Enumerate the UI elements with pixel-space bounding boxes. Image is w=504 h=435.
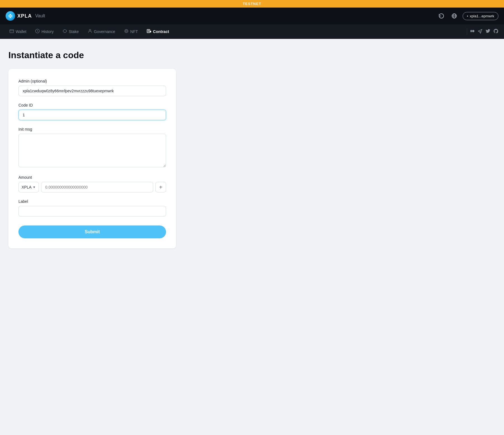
github-icon[interactable] (493, 29, 498, 35)
svg-point-10 (126, 30, 127, 32)
logo-xpla: XPLA (17, 13, 32, 19)
history-nav-icon (35, 29, 40, 34)
nav-item-wallet[interactable]: Wallet (6, 27, 30, 36)
form-card: Admin (optional) Code ID Init msg Amount… (8, 69, 176, 248)
svg-rect-16 (470, 30, 472, 32)
nav-label-nft: NFT (130, 29, 138, 34)
medium-icon[interactable] (470, 29, 475, 35)
svg-rect-5 (10, 30, 14, 33)
dropdown-arrow-icon: ▼ (33, 185, 36, 189)
logo-vault: Vault (35, 13, 45, 18)
page-title: Instantiate a code (8, 50, 271, 60)
submit-button[interactable]: Submit (18, 225, 166, 238)
code-id-input[interactable] (18, 110, 166, 120)
amount-group: Amount XPLA ▼ + (18, 175, 166, 192)
currency-label: XPLA (22, 185, 32, 189)
top-nav-right: ▪ xpla1...epmwrk (437, 11, 498, 20)
svg-point-8 (89, 29, 91, 31)
nav-item-nft[interactable]: NFT (120, 27, 142, 36)
testnet-banner: TESTNET (0, 0, 504, 8)
code-id-group: Code ID (18, 103, 166, 120)
init-msg-textarea[interactable] (18, 134, 166, 167)
wallet-nav-icon (10, 29, 14, 34)
top-nav: XPLA Vault ▪ xpla1...epmwrk (0, 8, 504, 24)
code-id-label: Code ID (18, 103, 166, 107)
nav-items: Wallet History Stake (6, 27, 464, 36)
logo-icon (6, 11, 15, 21)
label-group: Label (18, 199, 166, 217)
svg-point-9 (125, 29, 128, 33)
nav-label-wallet: Wallet (16, 29, 26, 34)
nav-item-history[interactable]: History (31, 27, 58, 36)
admin-input[interactable] (18, 86, 166, 96)
svg-point-17 (472, 30, 474, 32)
stake-nav-icon (63, 29, 67, 34)
label-input[interactable] (18, 206, 166, 217)
admin-label: Admin (optional) (18, 79, 166, 83)
nav-label-history: History (41, 29, 54, 34)
nav-label-contract: Contract (153, 29, 169, 34)
svg-point-15 (150, 31, 151, 32)
label-field-label: Label (18, 199, 166, 204)
nav-social (470, 29, 498, 35)
amount-input[interactable] (41, 182, 153, 192)
wallet-address-button[interactable]: ▪ xpla1...epmwrk (463, 12, 498, 20)
nav-item-contract[interactable]: Contract (143, 27, 173, 36)
nav-item-stake[interactable]: Stake (59, 27, 83, 36)
sec-nav: Wallet History Stake (0, 24, 504, 39)
nav-label-stake: Stake (69, 29, 79, 34)
governance-nav-icon (88, 29, 92, 34)
nft-nav-icon (124, 29, 129, 34)
init-msg-label: Init msg (18, 127, 166, 131)
init-msg-group: Init msg (18, 127, 166, 168)
amount-input-wrap (41, 182, 153, 192)
currency-select[interactable]: XPLA ▼ (18, 182, 39, 192)
nav-label-governance: Governance (94, 29, 115, 34)
twitter-icon[interactable] (486, 29, 491, 35)
contract-nav-icon (147, 29, 151, 34)
nav-item-governance[interactable]: Governance (84, 27, 119, 36)
svg-marker-7 (63, 29, 67, 33)
add-amount-button[interactable]: + (155, 182, 166, 192)
amount-row: XPLA ▼ + (18, 182, 166, 192)
main-content: Instantiate a code Admin (optional) Code… (0, 39, 280, 260)
admin-group: Admin (optional) (18, 79, 166, 96)
telegram-icon[interactable] (478, 29, 483, 35)
logo-area: XPLA Vault (6, 11, 45, 21)
svg-line-18 (480, 31, 481, 32)
amount-label: Amount (18, 175, 166, 180)
refresh-button[interactable] (437, 11, 446, 20)
nav-divider (467, 28, 467, 35)
globe-button[interactable] (450, 11, 459, 20)
